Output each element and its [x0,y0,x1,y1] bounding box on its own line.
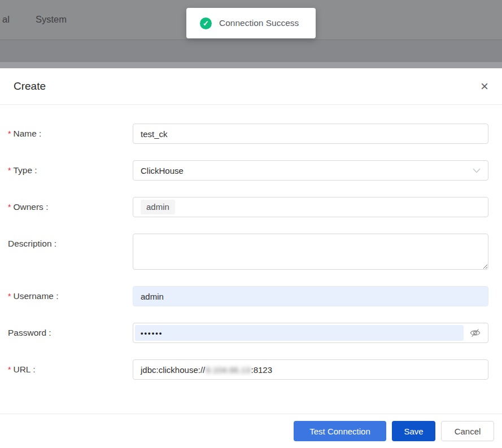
name-label: *Name : [8,124,133,144]
modal-body: *Name : *Type : ClickHouse [0,105,502,380]
toast-message: Connection Success [219,18,299,28]
type-select-value: ClickHouse [141,166,184,175]
cancel-button[interactable]: Cancel [441,421,494,441]
url-label-text: URL : [13,364,35,374]
name-input[interactable] [133,124,488,144]
url-label: *URL : [8,359,133,380]
form-row-username: *Username : [8,286,488,306]
required-asterisk: * [8,365,11,374]
screen: al System ✓ Connection Success Create × … [0,0,502,448]
background-page-strip [0,62,502,68]
form-row-password: Password : •••••• [8,323,488,343]
password-input[interactable]: •••••• [133,323,488,343]
username-label-text: Username : [13,291,58,301]
url-redacted-segment: 9.104.66.13 [206,365,250,375]
password-masked-value: •••••• [135,325,464,341]
password-label: Password : [8,323,133,343]
modal-header: Create × [0,68,502,105]
test-connection-button[interactable]: Test Connection [294,421,386,441]
save-button[interactable]: Save [392,421,435,441]
success-check-icon: ✓ [200,17,212,29]
owners-label: *Owners : [8,197,133,217]
create-datasource-modal: Create × *Name : *Type : Clic [0,68,502,448]
form-row-type: *Type : ClickHouse [8,160,488,181]
name-label-text: Name : [13,129,41,138]
form-row-owners: *Owners : admin [8,197,488,217]
toast-connection-success: ✓ Connection Success [186,8,316,38]
url-input[interactable]: jdbc:clickhouse://9.104.66.13:8123 [133,359,488,380]
background-nav-item-partial: al [2,14,10,25]
owners-multiselect[interactable]: admin [133,197,488,217]
owners-label-text: Owners : [13,202,48,212]
type-label: *Type : [8,160,133,181]
required-asterisk: * [8,166,11,175]
type-select[interactable]: ClickHouse [133,160,488,181]
username-label: *Username : [8,286,133,306]
password-label-text: Password : [8,328,51,337]
modal-title: Create [14,80,46,93]
url-suffix: :8123 [251,365,272,375]
owner-tag: admin [141,200,175,214]
username-input[interactable] [133,286,488,306]
required-asterisk: * [8,129,11,138]
form-row-name: *Name : [8,124,488,144]
chevron-down-icon [473,168,481,173]
description-label: Description : [8,234,133,254]
form-row-description: Description : [8,234,488,270]
type-label-text: Type : [13,165,37,175]
required-asterisk: * [8,203,11,212]
description-label-text: Description : [8,239,56,248]
close-icon[interactable]: × [481,81,488,92]
form-row-url: *URL : jdbc:clickhouse://9.104.66.13:812… [8,359,488,380]
background-subheader-band [0,39,502,62]
description-textarea[interactable] [133,234,488,270]
required-asterisk: * [8,292,11,301]
eye-invisible-icon[interactable] [464,328,486,337]
background-nav-item-system: System [36,14,67,25]
url-prefix: jdbc:clickhouse:// [141,365,205,375]
modal-footer: Test Connection Save Cancel [0,414,502,448]
